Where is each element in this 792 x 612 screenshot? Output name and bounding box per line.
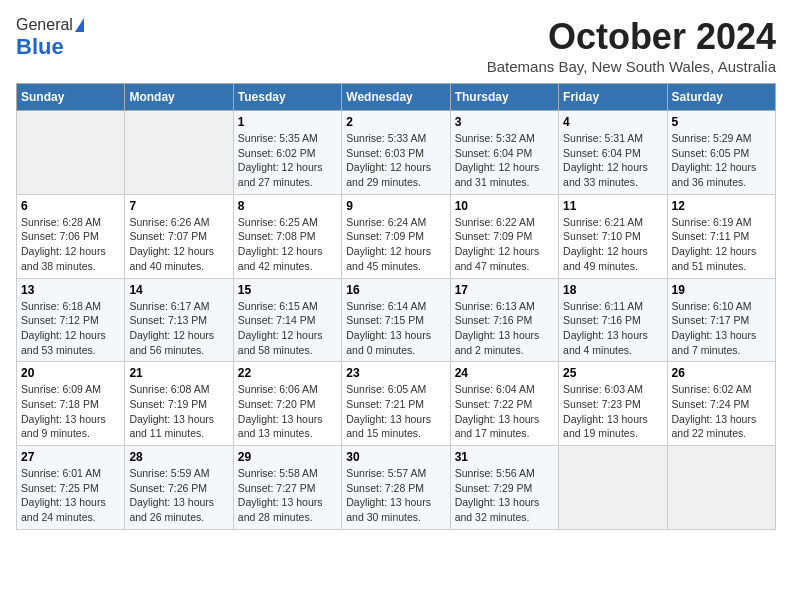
day-detail: Sunrise: 6:24 AM Sunset: 7:09 PM Dayligh… [346,215,445,274]
day-number: 24 [455,366,554,380]
calendar-cell: 8Sunrise: 6:25 AM Sunset: 7:08 PM Daylig… [233,194,341,278]
calendar-subtitle: Batemans Bay, New South Wales, Australia [487,58,776,75]
day-number: 26 [672,366,771,380]
day-number: 14 [129,283,228,297]
day-number: 25 [563,366,662,380]
day-number: 31 [455,450,554,464]
day-detail: Sunrise: 6:26 AM Sunset: 7:07 PM Dayligh… [129,215,228,274]
calendar-cell: 10Sunrise: 6:22 AM Sunset: 7:09 PM Dayli… [450,194,558,278]
day-detail: Sunrise: 6:25 AM Sunset: 7:08 PM Dayligh… [238,215,337,274]
day-number: 3 [455,115,554,129]
day-detail: Sunrise: 5:35 AM Sunset: 6:02 PM Dayligh… [238,131,337,190]
day-number: 16 [346,283,445,297]
header-cell-sunday: Sunday [17,84,125,111]
calendar-week-2: 6Sunrise: 6:28 AM Sunset: 7:06 PM Daylig… [17,194,776,278]
day-number: 2 [346,115,445,129]
calendar-table: SundayMondayTuesdayWednesdayThursdayFrid… [16,83,776,530]
calendar-cell: 15Sunrise: 6:15 AM Sunset: 7:14 PM Dayli… [233,278,341,362]
day-number: 7 [129,199,228,213]
day-detail: Sunrise: 6:08 AM Sunset: 7:19 PM Dayligh… [129,382,228,441]
header-row: SundayMondayTuesdayWednesdayThursdayFrid… [17,84,776,111]
day-number: 9 [346,199,445,213]
calendar-cell: 31Sunrise: 5:56 AM Sunset: 7:29 PM Dayli… [450,446,558,530]
day-detail: Sunrise: 6:04 AM Sunset: 7:22 PM Dayligh… [455,382,554,441]
day-number: 4 [563,115,662,129]
day-detail: Sunrise: 6:21 AM Sunset: 7:10 PM Dayligh… [563,215,662,274]
day-detail: Sunrise: 5:31 AM Sunset: 6:04 PM Dayligh… [563,131,662,190]
calendar-cell: 5Sunrise: 5:29 AM Sunset: 6:05 PM Daylig… [667,111,775,195]
calendar-cell: 18Sunrise: 6:11 AM Sunset: 7:16 PM Dayli… [559,278,667,362]
day-detail: Sunrise: 5:58 AM Sunset: 7:27 PM Dayligh… [238,466,337,525]
day-number: 23 [346,366,445,380]
calendar-cell: 3Sunrise: 5:32 AM Sunset: 6:04 PM Daylig… [450,111,558,195]
day-number: 5 [672,115,771,129]
day-detail: Sunrise: 5:59 AM Sunset: 7:26 PM Dayligh… [129,466,228,525]
day-number: 19 [672,283,771,297]
calendar-cell: 11Sunrise: 6:21 AM Sunset: 7:10 PM Dayli… [559,194,667,278]
calendar-week-5: 27Sunrise: 6:01 AM Sunset: 7:25 PM Dayli… [17,446,776,530]
header-cell-saturday: Saturday [667,84,775,111]
day-detail: Sunrise: 6:17 AM Sunset: 7:13 PM Dayligh… [129,299,228,358]
calendar-cell: 23Sunrise: 6:05 AM Sunset: 7:21 PM Dayli… [342,362,450,446]
calendar-cell: 19Sunrise: 6:10 AM Sunset: 7:17 PM Dayli… [667,278,775,362]
day-detail: Sunrise: 6:10 AM Sunset: 7:17 PM Dayligh… [672,299,771,358]
day-number: 12 [672,199,771,213]
day-detail: Sunrise: 5:33 AM Sunset: 6:03 PM Dayligh… [346,131,445,190]
calendar-cell [559,446,667,530]
day-number: 8 [238,199,337,213]
day-number: 28 [129,450,228,464]
day-detail: Sunrise: 6:22 AM Sunset: 7:09 PM Dayligh… [455,215,554,274]
calendar-cell [17,111,125,195]
calendar-cell: 30Sunrise: 5:57 AM Sunset: 7:28 PM Dayli… [342,446,450,530]
header-cell-friday: Friday [559,84,667,111]
calendar-cell: 25Sunrise: 6:03 AM Sunset: 7:23 PM Dayli… [559,362,667,446]
day-detail: Sunrise: 6:15 AM Sunset: 7:14 PM Dayligh… [238,299,337,358]
calendar-cell: 9Sunrise: 6:24 AM Sunset: 7:09 PM Daylig… [342,194,450,278]
day-number: 17 [455,283,554,297]
logo-general-text: General [16,16,73,34]
calendar-cell: 6Sunrise: 6:28 AM Sunset: 7:06 PM Daylig… [17,194,125,278]
day-detail: Sunrise: 6:06 AM Sunset: 7:20 PM Dayligh… [238,382,337,441]
calendar-body: 1Sunrise: 5:35 AM Sunset: 6:02 PM Daylig… [17,111,776,530]
day-detail: Sunrise: 6:14 AM Sunset: 7:15 PM Dayligh… [346,299,445,358]
logo-blue-text: Blue [16,34,64,60]
calendar-cell: 27Sunrise: 6:01 AM Sunset: 7:25 PM Dayli… [17,446,125,530]
logo: General Blue [16,16,84,60]
day-detail: Sunrise: 5:29 AM Sunset: 6:05 PM Dayligh… [672,131,771,190]
day-number: 18 [563,283,662,297]
day-number: 11 [563,199,662,213]
day-number: 13 [21,283,120,297]
day-detail: Sunrise: 6:28 AM Sunset: 7:06 PM Dayligh… [21,215,120,274]
calendar-cell: 29Sunrise: 5:58 AM Sunset: 7:27 PM Dayli… [233,446,341,530]
day-number: 6 [21,199,120,213]
calendar-week-3: 13Sunrise: 6:18 AM Sunset: 7:12 PM Dayli… [17,278,776,362]
header-cell-thursday: Thursday [450,84,558,111]
day-number: 1 [238,115,337,129]
day-detail: Sunrise: 6:19 AM Sunset: 7:11 PM Dayligh… [672,215,771,274]
day-number: 30 [346,450,445,464]
day-number: 21 [129,366,228,380]
day-detail: Sunrise: 6:01 AM Sunset: 7:25 PM Dayligh… [21,466,120,525]
calendar-cell: 12Sunrise: 6:19 AM Sunset: 7:11 PM Dayli… [667,194,775,278]
day-detail: Sunrise: 6:05 AM Sunset: 7:21 PM Dayligh… [346,382,445,441]
calendar-cell: 1Sunrise: 5:35 AM Sunset: 6:02 PM Daylig… [233,111,341,195]
calendar-header: SundayMondayTuesdayWednesdayThursdayFrid… [17,84,776,111]
day-detail: Sunrise: 6:03 AM Sunset: 7:23 PM Dayligh… [563,382,662,441]
day-detail: Sunrise: 5:56 AM Sunset: 7:29 PM Dayligh… [455,466,554,525]
calendar-cell: 14Sunrise: 6:17 AM Sunset: 7:13 PM Dayli… [125,278,233,362]
day-number: 27 [21,450,120,464]
logo-triangle-icon [75,18,84,32]
day-number: 29 [238,450,337,464]
calendar-cell: 28Sunrise: 5:59 AM Sunset: 7:26 PM Dayli… [125,446,233,530]
calendar-cell: 17Sunrise: 6:13 AM Sunset: 7:16 PM Dayli… [450,278,558,362]
day-detail: Sunrise: 6:11 AM Sunset: 7:16 PM Dayligh… [563,299,662,358]
day-detail: Sunrise: 6:02 AM Sunset: 7:24 PM Dayligh… [672,382,771,441]
calendar-cell [125,111,233,195]
calendar-cell [667,446,775,530]
header-cell-monday: Monday [125,84,233,111]
calendar-cell: 4Sunrise: 5:31 AM Sunset: 6:04 PM Daylig… [559,111,667,195]
day-number: 22 [238,366,337,380]
calendar-cell: 20Sunrise: 6:09 AM Sunset: 7:18 PM Dayli… [17,362,125,446]
header-cell-wednesday: Wednesday [342,84,450,111]
calendar-cell: 26Sunrise: 6:02 AM Sunset: 7:24 PM Dayli… [667,362,775,446]
